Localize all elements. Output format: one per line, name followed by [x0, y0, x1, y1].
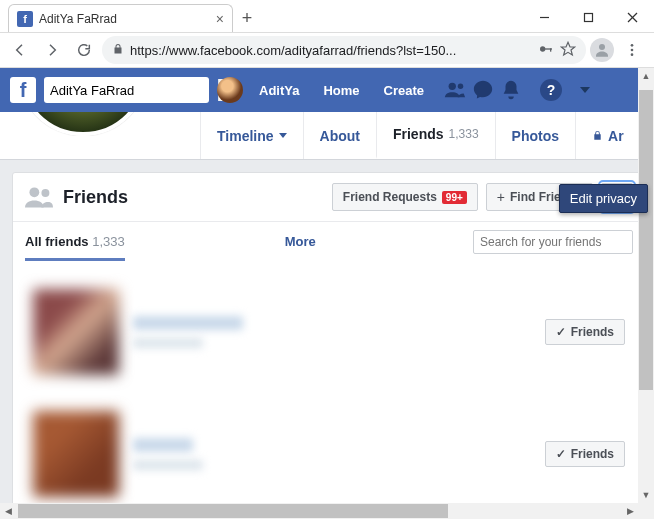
account-menu-caret-icon[interactable]	[580, 87, 590, 93]
svg-point-4	[540, 46, 545, 51]
nav-home-link[interactable]: Home	[315, 83, 367, 98]
tab-title: AditYa FaRrad	[39, 12, 210, 26]
address-bar[interactable]: https://www.facebook.com/adityafarrad/fr…	[102, 36, 586, 64]
horizontal-scroll-thumb[interactable]	[18, 504, 448, 518]
notifications-icon[interactable]	[498, 77, 524, 103]
friend-subtitle	[133, 460, 203, 470]
scroll-down-icon[interactable]: ▼	[638, 487, 654, 503]
lock-icon	[112, 43, 124, 58]
friend-requests-button[interactable]: Friend Requests 99+	[332, 183, 478, 211]
back-button[interactable]	[6, 36, 34, 64]
facebook-logo[interactable]: f	[10, 77, 36, 103]
svg-point-14	[449, 83, 456, 90]
scroll-up-icon[interactable]: ▲	[638, 68, 654, 84]
friend-photo[interactable]	[33, 289, 119, 375]
profile-cover-photo[interactable]	[18, 112, 148, 136]
lock-icon	[592, 128, 603, 144]
friend-list-item: ✓Friends	[25, 271, 633, 393]
svg-point-17	[41, 189, 49, 197]
friend-subtitle	[133, 338, 203, 348]
scroll-left-icon[interactable]: ◀	[0, 503, 16, 519]
url-text: https://www.facebook.com/adityafarrad/fr…	[130, 43, 532, 58]
chevron-down-icon	[279, 133, 287, 138]
scroll-right-icon[interactable]: ▶	[622, 503, 638, 519]
friend-name[interactable]	[133, 316, 243, 330]
facebook-search-input[interactable]	[50, 83, 218, 98]
tab-about[interactable]: About	[303, 112, 376, 159]
facebook-favicon: f	[17, 11, 33, 27]
all-friends-tab[interactable]: All friends 1,333	[25, 222, 125, 261]
tab-friends[interactable]: Friends1,333	[376, 112, 495, 159]
friend-photo[interactable]	[33, 411, 119, 497]
reload-button[interactable]	[70, 36, 98, 64]
more-tab[interactable]: More	[285, 234, 316, 249]
nav-profile-name[interactable]: AditYa	[251, 83, 307, 98]
browser-menu-icon[interactable]	[620, 38, 644, 62]
friend-requests-icon[interactable]	[442, 77, 468, 103]
horizontal-scrollbar[interactable]: ◀ ▶	[0, 503, 638, 519]
friend-list-item: ✓Friends	[25, 393, 633, 503]
edit-privacy-tooltip[interactable]: Edit privacy	[559, 184, 648, 213]
check-icon: ✓	[556, 325, 566, 339]
vertical-scrollbar[interactable]: ▲ ▼	[638, 68, 654, 503]
svg-rect-6	[550, 48, 551, 51]
messenger-icon[interactable]	[470, 77, 496, 103]
vertical-scroll-thumb[interactable]	[639, 90, 653, 390]
window-maximize-button[interactable]	[566, 2, 610, 32]
svg-point-8	[599, 44, 605, 50]
friends-icon	[25, 185, 53, 209]
tab-photos[interactable]: Photos	[495, 112, 575, 159]
facebook-search[interactable]	[44, 77, 209, 103]
friend-name[interactable]	[133, 438, 193, 452]
friend-status-button[interactable]: ✓Friends	[545, 441, 625, 467]
plus-icon: +	[497, 189, 505, 205]
scroll-corner	[638, 503, 654, 519]
nav-create-link[interactable]: Create	[376, 83, 432, 98]
tab-timeline[interactable]: Timeline	[200, 112, 303, 159]
svg-point-10	[631, 49, 634, 52]
friend-requests-badge: 99+	[442, 191, 467, 204]
friends-search-input[interactable]	[473, 230, 633, 254]
browser-tab[interactable]: f AditYa FaRrad ×	[8, 4, 233, 32]
friends-heading: Friends	[63, 187, 332, 208]
window-close-button[interactable]	[610, 2, 654, 32]
svg-marker-7	[561, 42, 574, 55]
help-icon[interactable]: ?	[540, 79, 562, 101]
user-avatar-icon[interactable]	[590, 38, 614, 62]
new-tab-button[interactable]: +	[233, 4, 261, 32]
nav-profile-picture[interactable]	[217, 77, 243, 103]
svg-rect-1	[584, 13, 592, 21]
svg-point-11	[631, 53, 634, 56]
saved-password-icon[interactable]	[538, 41, 554, 60]
friend-status-button[interactable]: ✓Friends	[545, 319, 625, 345]
svg-point-9	[631, 44, 634, 47]
bookmark-star-icon[interactable]	[560, 41, 576, 60]
svg-point-16	[29, 187, 39, 197]
window-minimize-button[interactable]	[522, 2, 566, 32]
svg-point-15	[458, 84, 464, 90]
forward-button[interactable]	[38, 36, 66, 64]
tab-close-icon[interactable]: ×	[216, 11, 224, 27]
check-icon: ✓	[556, 447, 566, 461]
tab-archive[interactable]: Ar	[575, 112, 640, 159]
